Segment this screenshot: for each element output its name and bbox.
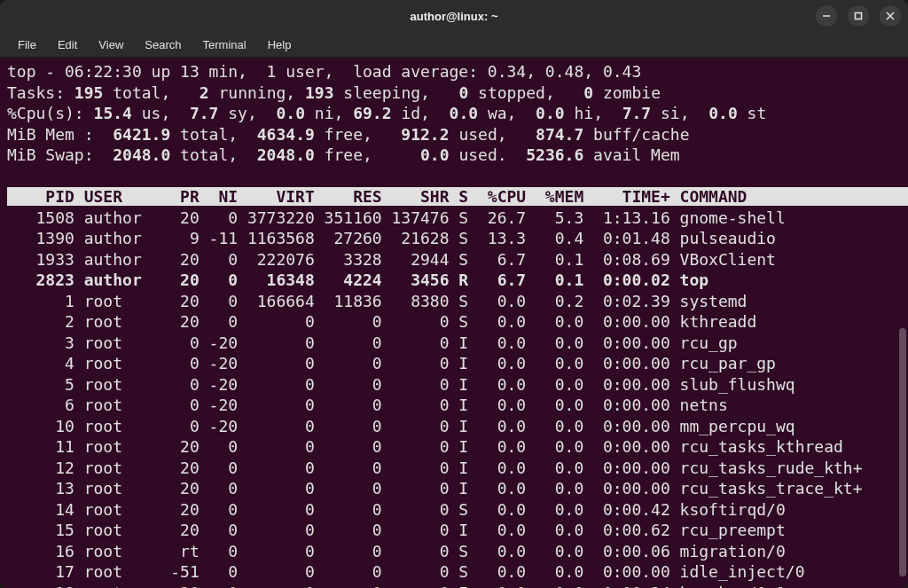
process-row: 11 root 20 0 0 0 0 I 0.0 0.0 0:00.00 rcu…	[7, 437, 843, 456]
menu-edit[interactable]: Edit	[49, 35, 86, 55]
process-row: 15 root 20 0 0 0 0 I 0.0 0.0 0:00.62 rcu…	[7, 521, 786, 539]
titlebar[interactable]: author@linux: ~	[0, 0, 908, 32]
process-row: 16 root rt 0 0 0 0 S 0.0 0.0 0:00.06 mig…	[7, 542, 786, 561]
menu-view[interactable]: View	[90, 35, 132, 55]
process-row: 4 root 0 -20 0 0 0 I 0.0 0.0 0:00.00 rcu…	[7, 354, 776, 372]
process-row: 12 root 20 0 0 0 0 I 0.0 0.0 0:00.00 rcu…	[7, 459, 863, 477]
scrollbar[interactable]	[899, 328, 906, 576]
svg-rect-0	[856, 13, 862, 20]
terminal-viewport[interactable]: top - 06:22:30 up 13 min, 1 user, load a…	[0, 58, 908, 588]
process-row: 1390 author 9 -11 1163568 27260 21628 S …	[7, 229, 776, 247]
menu-terminal[interactable]: Terminal	[194, 35, 255, 55]
process-row: 1933 author 20 0 222076 3328 2944 S 6.7 …	[7, 250, 776, 269]
process-row: 1 root 20 0 166664 11836 8380 S 0.0 0.2 …	[7, 292, 747, 310]
process-row: 2 root 20 0 0 0 0 S 0.0 0.0 0:00.00 kthr…	[7, 312, 756, 331]
terminal-window: author@linux: ~ File Edit View Search Te…	[0, 0, 908, 588]
process-row: 1508 author 20 0 3773220 351160 137476 S…	[7, 208, 786, 227]
menubar: File Edit View Search Terminal Help	[0, 32, 908, 58]
maximize-icon	[854, 12, 863, 20]
process-row: 6 root 0 -20 0 0 0 I 0.0 0.0 0:00.00 net…	[7, 396, 728, 414]
menu-search[interactable]: Search	[136, 35, 190, 55]
process-table-header: PID USER PR NI VIRT RES SHR S %CPU %MEM …	[7, 187, 908, 206]
process-row: 2823 author 20 0 16348 4224 3456 R 6.7 0…	[7, 270, 708, 289]
window-controls	[816, 5, 901, 27]
process-row: 18 root 20 0 0 0 0 I 0.0 0.0 0:00.24 kwo…	[7, 584, 863, 589]
process-row: 10 root 0 -20 0 0 0 I 0.0 0.0 0:00.00 mm…	[7, 417, 795, 435]
close-icon	[886, 12, 895, 20]
maximize-button[interactable]	[848, 5, 869, 27]
close-button[interactable]	[880, 5, 901, 27]
title-text: author@linux: ~	[411, 10, 498, 23]
minimize-icon	[822, 12, 831, 20]
minimize-button[interactable]	[816, 5, 837, 27]
process-row: 3 root 0 -20 0 0 0 I 0.0 0.0 0:00.00 rcu…	[7, 333, 738, 352]
menu-file[interactable]: File	[9, 35, 45, 55]
process-row: 14 root 20 0 0 0 0 S 0.0 0.0 0:00.42 kso…	[7, 500, 786, 519]
menu-help[interactable]: Help	[259, 35, 301, 55]
process-row: 13 root 20 0 0 0 0 I 0.0 0.0 0:00.00 rcu…	[7, 479, 863, 498]
process-row: 5 root 0 -20 0 0 0 I 0.0 0.0 0:00.00 slu…	[7, 375, 795, 394]
process-row: 17 root -51 0 0 0 0 S 0.0 0.0 0:00.00 id…	[7, 562, 804, 581]
